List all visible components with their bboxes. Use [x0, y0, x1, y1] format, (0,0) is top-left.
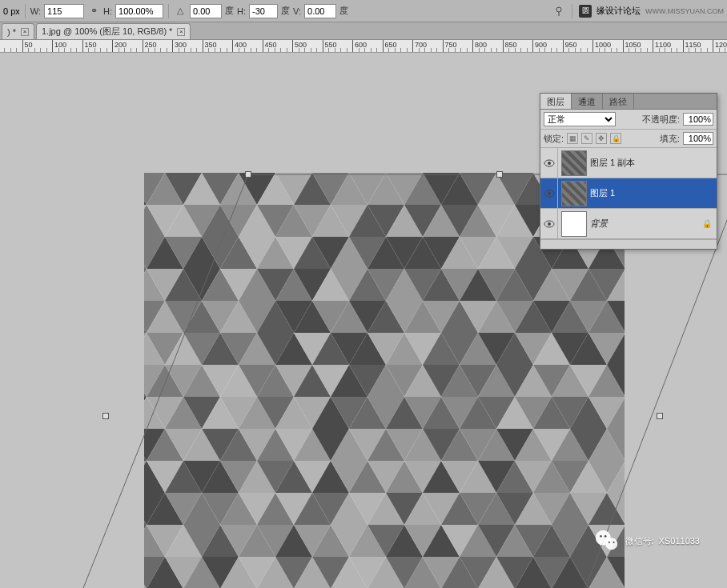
transform-handle[interactable]: [245, 171, 251, 178]
eye-icon: [544, 220, 555, 228]
lock-fill-row: 锁定: ▦ ✎ ✥ 🔒 填充:: [540, 130, 717, 148]
transform-options-bar: 0 px W: ⚭ H: △ 度 H: 度 V: 度 圆 缘设计论坛 WWW.M…: [0, 0, 727, 22]
angle-unit: 度: [225, 5, 234, 17]
svg-point-14: [548, 192, 551, 195]
wechat-id: XS011033: [659, 536, 700, 546]
svg-point-16: [548, 222, 551, 226]
tab-title: ) *: [7, 27, 16, 37]
svg-point-6: [605, 538, 617, 550]
site-logo-icon: 圆: [579, 5, 592, 18]
opacity-label: 不透明度:: [642, 114, 680, 126]
skew-v-label: V:: [293, 6, 301, 16]
transform-handle[interactable]: [496, 171, 503, 178]
layer-name[interactable]: 背景: [590, 218, 608, 230]
width-label: W:: [30, 6, 41, 16]
tab-channels[interactable]: 通道: [572, 94, 603, 109]
site-url: WWW.MISSYUAN.COM: [645, 7, 724, 15]
layer-item[interactable]: 背景🔒: [540, 209, 717, 239]
tab-layers[interactable]: 图层: [540, 94, 572, 109]
svg-point-8: [604, 535, 606, 538]
blend-mode-select[interactable]: 正常: [544, 112, 616, 126]
width-input[interactable]: [44, 4, 84, 18]
layer-thumbnail[interactable]: [561, 150, 587, 176]
angle-input[interactable]: [190, 4, 222, 18]
layer-name[interactable]: 图层 1 副本: [590, 157, 635, 169]
fill-label: 填充:: [660, 133, 680, 145]
lock-pixels-icon[interactable]: ✎: [581, 133, 592, 144]
layer-item[interactable]: 图层 1: [540, 178, 717, 209]
height-input[interactable]: [115, 4, 163, 18]
link-icon[interactable]: ⚭: [87, 5, 100, 18]
tab-title: 1.jpg @ 100% (图层 10, RGB/8) *: [42, 26, 172, 38]
svg-point-0: [556, 7, 561, 12]
visibility-toggle[interactable]: [540, 178, 558, 208]
skew-v-unit: 度: [339, 5, 348, 17]
eye-icon: [544, 159, 555, 167]
skew-h-unit: 度: [281, 5, 290, 17]
wechat-watermark: 微信号: XS011033: [593, 527, 700, 554]
layers-panel[interactable]: 图层 通道 路径 正常 不透明度: 锁定: ▦ ✎ ✥ 🔒 填充: 图层 1 副…: [540, 93, 717, 250]
opacity-input[interactable]: [683, 113, 713, 126]
visibility-toggle[interactable]: [540, 148, 558, 178]
document-tab[interactable]: 1.jpg @ 100% (图层 10, RGB/8) * ×: [36, 23, 191, 39]
close-icon[interactable]: ×: [21, 28, 29, 36]
svg-point-12: [548, 162, 551, 165]
blend-opacity-row: 正常 不透明度:: [540, 110, 717, 130]
forum-text: 缘设计论坛: [596, 5, 641, 17]
svg-point-10: [613, 542, 614, 543]
ruler-tool-icon[interactable]: [552, 5, 565, 18]
panel-footer: [540, 239, 717, 249]
layer-item[interactable]: 图层 1 副本: [540, 148, 717, 178]
skew-v-input[interactable]: [304, 4, 336, 18]
document-tab-bar: ) * × 1.jpg @ 100% (图层 10, RGB/8) * ×: [0, 22, 727, 40]
visibility-toggle[interactable]: [540, 209, 558, 238]
layer-thumbnail[interactable]: [561, 211, 587, 237]
transform-handle[interactable]: [657, 413, 663, 419]
lock-all-icon[interactable]: 🔒: [610, 133, 621, 144]
angle-icon: △: [174, 5, 187, 18]
skew-h-label: H:: [237, 6, 246, 16]
layer-thumbnail[interactable]: [561, 181, 587, 206]
fill-input[interactable]: [683, 132, 713, 145]
lock-icon: 🔒: [702, 219, 712, 228]
lock-label: 锁定:: [544, 133, 564, 145]
skew-h-input[interactable]: [249, 4, 278, 18]
layer-name[interactable]: 图层 1: [590, 187, 615, 199]
tab-paths[interactable]: 路径: [603, 94, 634, 109]
horizontal-ruler: 0501001502002503003504004505005506006507…: [0, 40, 727, 53]
close-icon[interactable]: ×: [177, 28, 185, 36]
wechat-label: 微信号:: [625, 535, 654, 547]
document-tab[interactable]: ) * ×: [2, 23, 34, 39]
panel-tab-bar: 图层 通道 路径: [540, 94, 717, 110]
lock-position-icon[interactable]: ✥: [596, 133, 607, 144]
height-label: H:: [103, 6, 112, 16]
wechat-icon: [593, 527, 621, 554]
layer-list: 图层 1 副本图层 1背景🔒: [540, 148, 717, 239]
svg-point-7: [600, 535, 602, 538]
lock-transparency-icon[interactable]: ▦: [567, 133, 578, 144]
eye-icon: [544, 190, 555, 198]
transform-handle[interactable]: [102, 413, 109, 419]
x-value: 0 px: [3, 6, 20, 16]
svg-point-9: [608, 542, 609, 543]
